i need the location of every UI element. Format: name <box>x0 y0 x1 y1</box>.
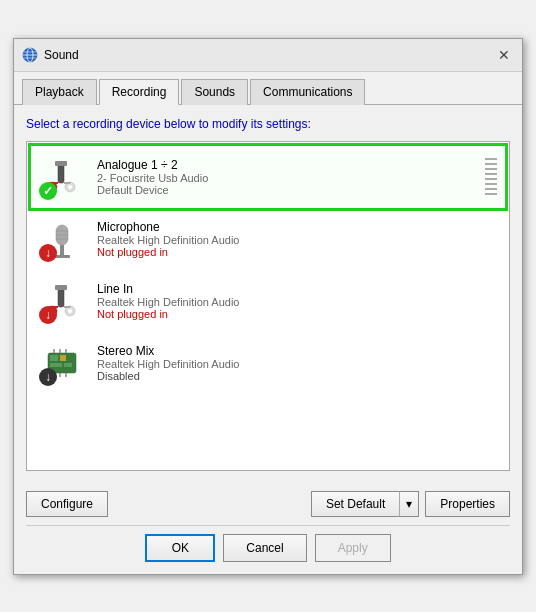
device-linein[interactable]: ↓ Line In Realtek High Definition Audio … <box>31 270 505 332</box>
sound-window: Sound ✕ Playback Recording Sounds Commun… <box>13 38 523 575</box>
device-info-analogue: Analogue 1 ÷ 2 2- Focusrite Usb Audio De… <box>97 158 485 196</box>
device-name-linein: Line In <box>97 282 499 296</box>
device-info-stereomix: Stereo Mix Realtek High Definition Audio… <box>97 344 499 382</box>
device-sub1-microphone: Realtek High Definition Audio <box>97 234 499 246</box>
device-sub2-stereomix: Disabled <box>97 370 499 382</box>
device-name-stereomix: Stereo Mix <box>97 344 499 358</box>
tab-content: Select a recording device below to modif… <box>14 105 522 483</box>
device-list[interactable]: ✓ Analogue 1 ÷ 2 2- Focusrite Usb Audio … <box>26 141 510 471</box>
scroll-indicator <box>485 158 497 195</box>
device-info-microphone: Microphone Realtek High Definition Audio… <box>97 220 499 258</box>
device-icon-analogue: ✓ <box>37 152 87 202</box>
set-default-button[interactable]: Set Default <box>311 491 399 517</box>
device-sub2-linein: Not plugged in <box>97 308 499 320</box>
close-button[interactable]: ✕ <box>494 45 514 65</box>
properties-button[interactable]: Properties <box>425 491 510 517</box>
svg-point-10 <box>68 185 72 189</box>
tab-recording[interactable]: Recording <box>99 79 180 105</box>
svg-rect-6 <box>55 161 67 166</box>
svg-rect-22 <box>55 285 67 290</box>
svg-rect-32 <box>50 355 58 361</box>
window-title: Sound <box>44 48 494 62</box>
status-badge-mic: ↓ <box>39 244 57 262</box>
tab-communications[interactable]: Communications <box>250 79 365 105</box>
sound-icon <box>22 47 38 63</box>
status-badge-stereomix: ↓ <box>39 368 57 386</box>
device-icon-linein: ↓ <box>37 276 87 326</box>
status-badge-analogue: ✓ <box>39 182 57 200</box>
device-name-microphone: Microphone <box>97 220 499 234</box>
device-analogue[interactable]: ✓ Analogue 1 ÷ 2 2- Focusrite Usb Audio … <box>31 146 505 208</box>
device-sub2-analogue: Default Device <box>97 184 485 196</box>
cancel-button[interactable]: Cancel <box>223 534 306 562</box>
configure-button[interactable]: Configure <box>26 491 108 517</box>
device-sub1-analogue: 2- Focusrite Usb Audio <box>97 172 485 184</box>
status-badge-linein: ↓ <box>39 306 57 324</box>
device-sub2-microphone: Not plugged in <box>97 246 499 258</box>
set-default-dropdown[interactable]: ▾ <box>399 491 419 517</box>
device-stereomix[interactable]: ↓ Stereo Mix Realtek High Definition Aud… <box>31 332 505 394</box>
final-buttons: OK Cancel Apply <box>14 526 522 574</box>
device-name-analogue: Analogue 1 ÷ 2 <box>97 158 485 172</box>
svg-point-26 <box>68 309 72 313</box>
device-microphone[interactable]: ↓ Microphone Realtek High Definition Aud… <box>31 208 505 270</box>
tab-sounds[interactable]: Sounds <box>181 79 248 105</box>
ok-button[interactable]: OK <box>145 534 215 562</box>
set-default-group: Set Default ▾ <box>311 491 419 517</box>
device-sub1-linein: Realtek High Definition Audio <box>97 296 499 308</box>
svg-rect-35 <box>64 363 72 367</box>
device-sub1-stereomix: Realtek High Definition Audio <box>97 358 499 370</box>
device-info-linein: Line In Realtek High Definition Audio No… <box>97 282 499 320</box>
svg-rect-34 <box>50 363 62 367</box>
action-buttons: Configure Set Default ▾ Properties <box>14 483 522 525</box>
tab-playback[interactable]: Playback <box>22 79 97 105</box>
instruction-text: Select a recording device below to modif… <box>26 117 510 131</box>
svg-rect-33 <box>60 355 66 361</box>
title-bar: Sound ✕ <box>14 39 522 72</box>
apply-button[interactable]: Apply <box>315 534 391 562</box>
device-icon-microphone: ↓ <box>37 214 87 264</box>
tab-bar: Playback Recording Sounds Communications <box>14 72 522 105</box>
device-icon-stereomix: ↓ <box>37 338 87 388</box>
